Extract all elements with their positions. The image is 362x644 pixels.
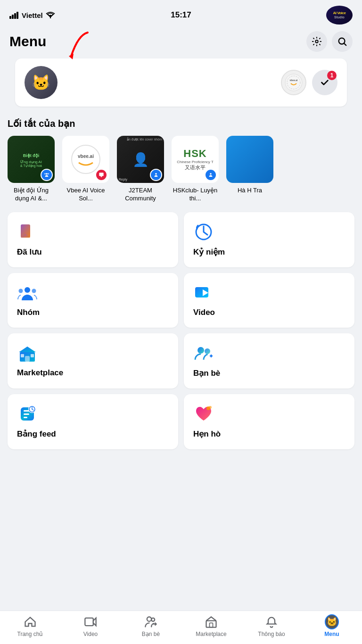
video-nav-icon — [83, 615, 98, 629]
svg-rect-44 — [85, 618, 93, 626]
shortcut-label-1: Biệt đội Ứng dụng AI &... — [8, 187, 55, 203]
shortcut-badge-3 — [150, 169, 162, 181]
menu-card-groups[interactable]: Nhóm — [8, 273, 178, 328]
carrier-name: Viettel — [22, 11, 43, 19]
svg-point-25 — [19, 289, 23, 293]
notification-button[interactable]: 1 — [312, 70, 337, 95]
shortcut-item-4[interactable]: HSK Chinese Proficiency T 又语水平 HSKclub- … — [172, 136, 219, 203]
marketplace-nav-icon — [204, 615, 218, 629]
svg-point-47 — [151, 618, 155, 621]
shortcut-badge-1 — [41, 169, 53, 181]
svg-point-11 — [46, 173, 48, 175]
shortcut-label-2: Vbee AI Voice Sol... — [62, 187, 109, 203]
status-bar: Viettel 15:17 AI Voice Studio — [0, 0, 362, 27]
search-icon — [337, 36, 347, 47]
menu-grid: Đã lưu Kỷ niệm — [0, 208, 362, 453]
svg-point-19 — [210, 173, 212, 175]
dating-icon — [193, 404, 214, 424]
menu-label-memories: Kỷ niệm — [193, 247, 345, 257]
svg-point-12 — [44, 173, 46, 174]
bell-nav-icon — [264, 615, 279, 629]
shortcut-badge-4 — [205, 169, 217, 181]
menu-label-video: Video — [193, 308, 345, 317]
svg-point-8 — [285, 74, 302, 91]
nav-label-notifications: Thông báo — [258, 631, 285, 637]
search-button[interactable] — [332, 31, 353, 52]
menu-card-feed[interactable]: Bảng feed — [8, 394, 178, 449]
svg-rect-49 — [210, 623, 213, 627]
profile-card-container: 🐱 vbee.ai 1 — [8, 58, 354, 107]
shortcut-label-5: Hà H Tra — [238, 187, 262, 195]
svg-rect-48 — [206, 621, 216, 627]
svg-rect-32 — [21, 354, 24, 357]
shortcut-item-1[interactable]: Biệt đội Ứng dụng AI & Tự động hoá Biệt … — [8, 136, 55, 203]
memories-icon — [193, 222, 214, 242]
svg-rect-38 — [24, 413, 29, 415]
header-actions — [306, 31, 353, 52]
menu-card-memories[interactable]: Kỷ niệm — [184, 212, 354, 267]
saved-icon — [17, 222, 38, 242]
settings-button[interactable] — [306, 31, 327, 52]
feed-icon — [17, 404, 38, 424]
shortcut-badge-2 — [95, 169, 107, 181]
nav-label-marketplace: Marketplace — [196, 631, 226, 637]
svg-rect-2 — [14, 13, 16, 19]
shortcut-item-5[interactable]: Hà H Tra — [226, 136, 273, 203]
svg-point-18 — [155, 173, 157, 175]
menu-label-marketplace: Marketplace — [17, 368, 169, 378]
nav-label-home: Trang chủ — [17, 631, 43, 637]
shortcut-item-3[interactable]: ản được lên cover nhóm 👤 Reply J2TEAM Co… — [117, 136, 164, 203]
shortcut-label-3: J2TEAM Community — [117, 187, 164, 203]
menu-card-dating[interactable]: Hẹn hò — [184, 394, 354, 449]
page-header: Menu — [0, 27, 362, 58]
nav-item-friends[interactable]: Bạn bè — [132, 615, 170, 637]
svg-point-26 — [32, 289, 36, 293]
shortcut-img-5 — [226, 136, 273, 183]
shortcut-img-1: Biệt đội Ứng dụng AI & Tự động hoá — [8, 136, 55, 183]
svg-rect-3 — [16, 12, 18, 19]
menu-card-friends[interactable]: Bạn bè — [184, 333, 354, 388]
menu-card-video[interactable]: Video — [184, 273, 354, 328]
nav-item-home[interactable]: Trang chủ — [11, 615, 49, 637]
bottom-navigation: Trang chủ Video Bạn bè — [0, 611, 362, 644]
shortcut-item-2[interactable]: vbee.ai Vbee AI Voice Sol... — [62, 136, 109, 203]
nav-label-video: Video — [83, 631, 98, 637]
shortcut-label-4: HSKclub- Luyện thi... — [172, 187, 219, 203]
nav-label-friends: Bạn bè — [142, 631, 160, 637]
nav-item-menu[interactable]: 🐱 Menu — [313, 615, 351, 637]
status-time: 15:17 — [171, 10, 191, 20]
avatar[interactable]: 🐱 — [25, 66, 58, 99]
menu-card-saved[interactable]: Đã lưu — [8, 212, 178, 267]
nav-item-marketplace[interactable]: Marketplace — [192, 615, 230, 637]
menu-label-saved: Đã lưu — [17, 247, 169, 257]
svg-point-35 — [205, 348, 210, 354]
menu-label-groups: Nhóm — [17, 308, 169, 317]
menu-card-marketplace[interactable]: Marketplace — [8, 333, 178, 388]
shortcut-img-3: ản được lên cover nhóm 👤 Reply — [117, 136, 164, 183]
vbee-icon[interactable]: vbee.ai — [281, 70, 306, 95]
svg-point-46 — [147, 617, 151, 621]
svg-marker-17 — [100, 176, 103, 177]
svg-rect-16 — [99, 173, 103, 176]
friends-icon — [193, 343, 214, 363]
shortcut-img-2: vbee.ai — [62, 136, 109, 183]
svg-text:vbee.ai: vbee.ai — [78, 154, 94, 159]
nav-item-notifications[interactable]: Thông báo — [253, 615, 290, 637]
menu-label-dating: Hẹn hò — [193, 429, 345, 439]
svg-point-5 — [315, 40, 318, 43]
svg-point-4 — [50, 17, 51, 19]
marketplace-icon — [17, 343, 38, 363]
signal-icon — [9, 11, 19, 19]
page-title: Menu — [9, 33, 46, 50]
aivoice-logo[interactable]: AI Voice Studio — [326, 6, 353, 25]
friends-nav-icon — [144, 615, 158, 629]
nav-item-video[interactable]: Video — [72, 615, 109, 637]
profile-card[interactable]: 🐱 vbee.ai 1 — [15, 58, 347, 107]
profile-right-actions: vbee.ai 1 — [281, 70, 337, 95]
status-carrier: Viettel — [9, 11, 55, 19]
shortcuts-title: Lối tắt của bạn — [0, 114, 362, 134]
svg-rect-0 — [9, 16, 11, 19]
shortcut-img-4: HSK Chinese Proficiency T 又语水平 — [172, 136, 219, 183]
video-icon — [193, 282, 214, 303]
groups-icon — [17, 282, 38, 303]
